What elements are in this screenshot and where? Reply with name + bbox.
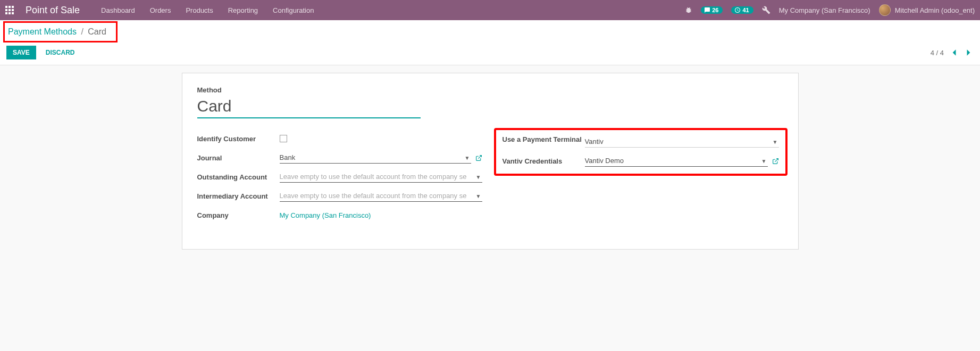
messages-count: 26 [712, 7, 718, 13]
form-columns: Identify Customer Journal ▼ [197, 132, 783, 228]
navbar-right: 26 41 My Company (San Francisco) Mitchel… [685, 4, 975, 16]
journal-input[interactable] [280, 152, 471, 164]
nav-reporting[interactable]: Reporting [228, 6, 258, 14]
breadcrumb-current: Card [88, 27, 106, 36]
method-input[interactable] [197, 96, 421, 118]
nav-products[interactable]: Products [186, 6, 213, 14]
vantiv-input[interactable] [585, 156, 768, 167]
pager-next-icon[interactable] [964, 49, 974, 56]
control-row: SAVE DISCARD 4 / 4 [6, 46, 974, 59]
navbar: Point of Sale Dashboard Orders Products … [0, 0, 980, 20]
sheet-wrap: Method Identify Customer Journal ▼ [0, 65, 980, 271]
intermediary-label: Intermediary Account [197, 192, 280, 200]
row-intermediary: Intermediary Account ▼ [197, 190, 482, 202]
user-menu[interactable]: Mitchell Admin (odoo_ent) [879, 4, 975, 16]
company-label: Company [197, 211, 280, 219]
external-link-icon[interactable] [475, 155, 482, 161]
row-company: Company My Company (San Francisco) [197, 209, 482, 221]
terminal-label: Use a Payment Terminal [502, 135, 585, 144]
control-bar: Payment Methods / Card SAVE DISCARD 4 / … [0, 20, 980, 65]
breadcrumb-separator: / [81, 27, 83, 36]
debug-icon[interactable] [685, 6, 692, 14]
pager: 4 / 4 [931, 49, 974, 57]
nav-dashboard[interactable]: Dashboard [101, 6, 135, 14]
row-outstanding: Outstanding Account ▼ [197, 170, 482, 183]
nav-orders[interactable]: Orders [150, 6, 171, 14]
row-terminal: Use a Payment Terminal ▼ [502, 135, 779, 148]
identify-customer-checkbox[interactable] [280, 135, 287, 142]
breadcrumb-highlight: Payment Methods / Card [3, 21, 118, 42]
user-name: Mitchell Admin (odoo_ent) [895, 6, 975, 14]
app-title[interactable]: Point of Sale [26, 5, 80, 16]
breadcrumb: Payment Methods / Card [8, 27, 106, 37]
form-col-left: Identify Customer Journal ▼ [197, 132, 482, 228]
avatar [879, 4, 891, 16]
company-value[interactable]: My Company (San Francisco) [280, 211, 371, 219]
tools-icon[interactable] [762, 6, 770, 14]
breadcrumb-parent[interactable]: Payment Methods [8, 27, 77, 36]
apps-icon[interactable] [5, 6, 14, 14]
intermediary-input[interactable] [280, 191, 482, 202]
pager-prev-icon[interactable] [949, 49, 959, 56]
company-selector[interactable]: My Company (San Francisco) [779, 6, 870, 14]
row-journal: Journal ▼ [197, 151, 482, 164]
activities-count: 41 [742, 7, 749, 13]
journal-label: Journal [197, 154, 280, 162]
identify-customer-label: Identify Customer [197, 135, 280, 143]
method-label: Method [197, 86, 783, 94]
form-sheet: Method Identify Customer Journal ▼ [182, 73, 799, 250]
terminal-input[interactable] [585, 136, 779, 148]
save-button[interactable]: SAVE [6, 46, 36, 59]
row-vantiv: Vantiv Credentials ▼ [502, 155, 779, 167]
activities-badge[interactable]: 41 [731, 6, 753, 14]
external-link-icon[interactable] [772, 158, 779, 165]
discard-button[interactable]: DISCARD [39, 46, 81, 59]
messages-badge[interactable]: 26 [701, 6, 723, 14]
form-col-right: Use a Payment Terminal ▼ Vantiv Credenti… [498, 132, 783, 228]
outstanding-label: Outstanding Account [197, 173, 280, 181]
outstanding-input[interactable] [280, 172, 482, 183]
nav-items: Dashboard Orders Products Reporting Conf… [101, 6, 314, 14]
nav-configuration[interactable]: Configuration [273, 6, 314, 14]
vantiv-label: Vantiv Credentials [502, 157, 585, 165]
navbar-left: Point of Sale Dashboard Orders Products … [5, 5, 314, 16]
row-identify-customer: Identify Customer [197, 132, 482, 145]
terminal-highlight-box: Use a Payment Terminal ▼ Vantiv Credenti… [494, 128, 788, 176]
pager-text: 4 / 4 [931, 49, 944, 57]
